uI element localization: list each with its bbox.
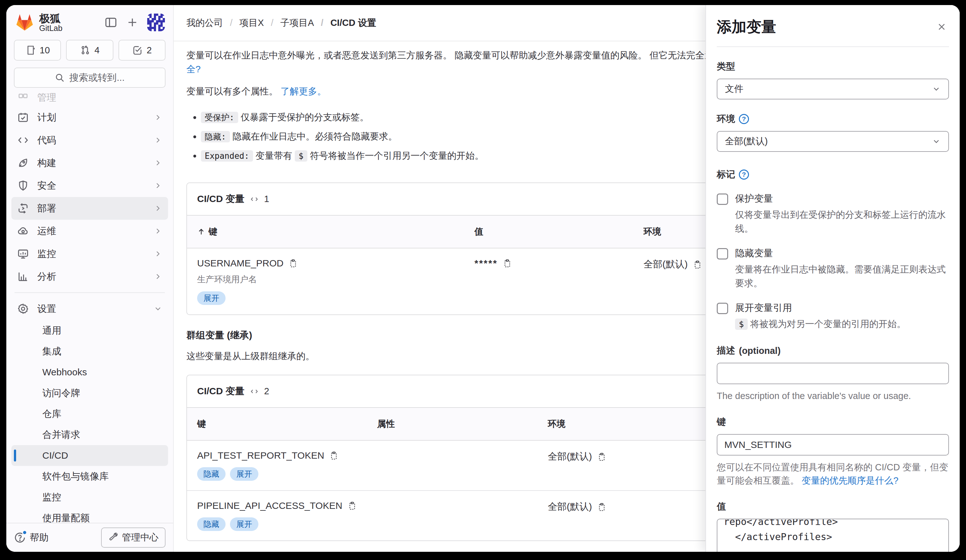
breadcrumb-item[interactable]: 我的公司 [186,17,223,29]
copy-key-icon[interactable] [347,501,357,511]
sidebar-item-security[interactable]: 安全 [12,174,168,197]
search-or-go-to[interactable]: 搜索或转到... [14,67,166,88]
todos-counter[interactable]: 2 [118,40,166,61]
settings-item-access-tokens[interactable]: 访问令牌 [12,383,168,403]
expand-variable-description-text: 将被视为对另一个变量的引用的开始。 [750,319,906,329]
app-window: 极狐 GitLab [6,5,960,552]
sidebar-item-monitor[interactable]: 监控 [12,242,168,265]
sidebar-item-code[interactable]: 代码 [12,129,168,152]
expand-variable-label[interactable]: 展开变量引用 [735,301,906,314]
todo-check-icon [132,45,143,56]
variables-count: 1 [264,194,269,204]
protect-variable-label[interactable]: 保护变量 [735,192,949,205]
settings-item-monitor[interactable]: 监控 [12,487,168,508]
sidebar-nav: 管理 计划 代码 构建 [6,88,173,523]
settings-item-usage-quotas[interactable]: 使用量配额 [12,508,168,523]
value-textarea[interactable]: repo</activeProfile> </activeProfiles> <… [717,519,949,552]
protect-variable-checkbox[interactable] [717,193,728,205]
learn-more-link[interactable]: 了解更多。 [281,86,326,96]
attributes-text: 变量可以有多个属性。 [186,86,278,96]
settings-item-repository[interactable]: 仓库 [12,403,168,424]
expanded-badge[interactable]: 展开 [197,291,225,305]
sidebar-item-build[interactable]: 构建 [12,152,168,174]
sidebar-item-analyze[interactable]: 分析 [12,265,168,288]
create-new-button[interactable] [126,16,139,29]
sidebar-item-plan[interactable]: 计划 [12,106,168,129]
drawer-divider [717,46,949,47]
protect-variable-description: 仅将变量导出到在受保护的分支和标签上运行的流水线。 [735,208,949,236]
sidebar-top-actions [104,13,165,31]
gitlab-fox-logo-icon [15,13,35,32]
expanded-badge[interactable]: 展开 [230,467,258,481]
mask-variable-checkbox[interactable] [717,248,728,259]
settings-item-cicd[interactable]: CI/CD [12,445,168,466]
safer-variables-link[interactable]: 全? [186,64,200,74]
bar-chart-icon [17,270,29,283]
dollar-chip: $ [295,150,307,162]
settings-item-packages-registries[interactable]: 软件包与镜像库 [12,466,168,487]
copy-value-icon[interactable] [503,258,512,269]
super-sidebar: 极狐 GitLab [6,5,174,552]
variable-key: USERNAME_PROD [197,258,283,269]
copy-key-icon[interactable] [288,258,298,269]
copy-environment-icon[interactable] [597,502,606,512]
table-row: API_TEST_REPORT_TOKEN 隐藏 展开 全部(默认) [187,440,735,490]
settings-item-integrations[interactable]: 集成 [12,341,168,362]
settings-item-general[interactable]: 通用 [12,320,168,341]
masked-badge[interactable]: 隐藏 [197,517,225,531]
sidebar-item-settings[interactable]: 设置 [12,297,168,320]
collapse-sidebar-button[interactable] [104,16,118,29]
admin-area-button[interactable]: 管理中心 [101,527,166,548]
expanded-chip: Expanded: [201,150,253,162]
variable-environment: 全部(默认) [548,500,592,513]
breadcrumb-item[interactable]: 子项目A [264,17,314,29]
sidebar-header: 极狐 GitLab [6,5,173,32]
key-label: 键 [717,416,949,428]
masked-chip: 隐藏: [201,131,230,142]
brand-logo[interactable]: 极狐 GitLab [15,13,104,32]
expand-variable-checkbox[interactable] [717,303,728,314]
todos-count: 2 [146,45,152,56]
attribute-text: 变量带有 [256,151,292,160]
copy-key-icon[interactable] [329,450,338,460]
environments-select[interactable]: 全部(默认) [717,131,949,152]
sidebar-item-label: 监控 [37,247,145,260]
column-key[interactable]: 键 [209,226,217,238]
masked-badge[interactable]: 隐藏 [197,467,225,481]
sidebar-item-manage[interactable]: 管理 [12,92,168,106]
user-avatar[interactable] [147,13,165,31]
sidebar-item-deploy[interactable]: 部署 [12,197,168,220]
settings-item-webhooks[interactable]: Webhooks [12,362,168,383]
cloud-pod-icon [17,225,29,237]
issues-counter[interactable]: 10 [14,40,61,61]
copy-environment-icon[interactable] [597,452,606,462]
brand-name: 极狐 GitLab [39,13,62,32]
description-input[interactable] [717,363,949,384]
type-select[interactable]: 文件 [717,79,949,100]
breadcrumb-item[interactable]: 项目X [223,17,264,29]
manage-icon [17,92,29,104]
merge-requests-count: 4 [94,45,100,56]
key-input[interactable] [717,434,949,455]
settings-item-label: 使用量配额 [42,512,90,523]
flags-help-icon[interactable]: ? [739,170,749,180]
variable-value-masked: ***** [475,258,498,269]
table-row: PIPELINE_API_ACCESS_TOKEN 隐藏 展开 全部(默认 [187,490,735,540]
variable-precedence-link[interactable]: 变量的优先顺序是什么? [802,475,899,486]
help-button[interactable]: 帮助 [14,531,49,544]
environments-help-icon[interactable]: ? [739,114,749,124]
settings-item-label: 软件包与镜像库 [42,470,108,483]
mask-variable-label[interactable]: 隐藏变量 [735,247,949,260]
chevron-right-icon [153,204,163,213]
issues-count: 10 [40,45,50,56]
nav-divider [15,292,165,293]
copy-environment-icon[interactable] [693,259,702,270]
sidebar-item-label: 设置 [37,303,145,315]
settings-item-merge-requests[interactable]: 合并请求 [12,424,168,445]
merge-requests-counter[interactable]: 4 [66,40,113,61]
expanded-badge[interactable]: 展开 [230,517,258,531]
sidebar-item-operate[interactable]: 运维 [12,220,168,242]
close-drawer-button[interactable] [935,17,949,37]
description-optional-suffix: (optional) [739,345,780,356]
sort-ascending-icon[interactable] [197,228,205,236]
